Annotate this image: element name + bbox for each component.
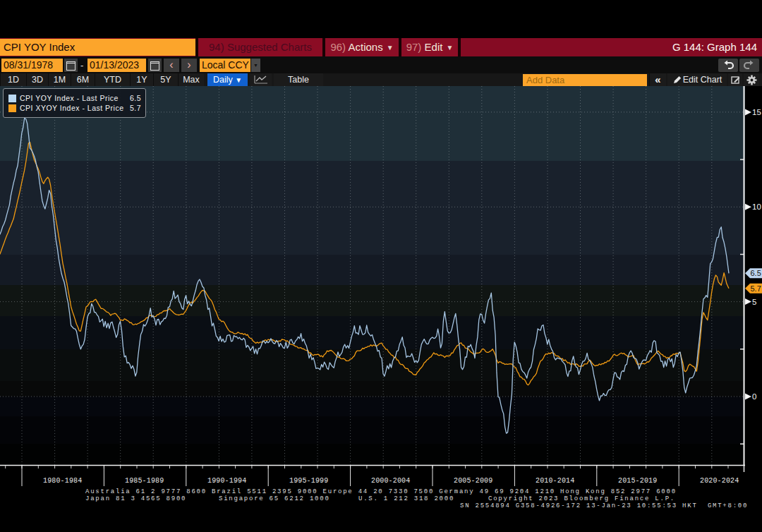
svg-text:5: 5 xyxy=(752,298,756,306)
svg-text:0: 0 xyxy=(752,392,756,401)
svg-text:15: 15 xyxy=(752,108,761,116)
svg-text:10: 10 xyxy=(752,202,761,211)
svg-text:5.7: 5.7 xyxy=(751,284,761,293)
svg-text:6.5: 6.5 xyxy=(751,269,761,277)
